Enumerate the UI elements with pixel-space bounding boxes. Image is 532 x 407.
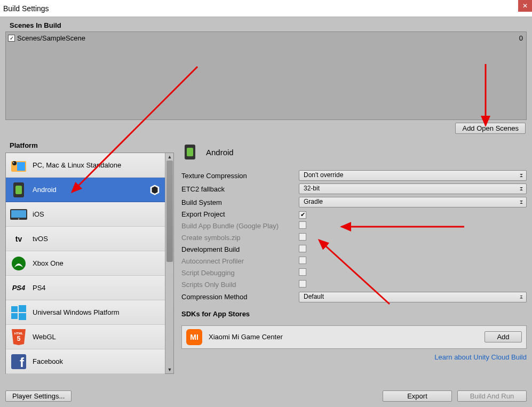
- export-project-label: Export Project: [181, 210, 299, 218]
- compression-method-label: Compression Method: [181, 293, 299, 301]
- platform-label: Facebook: [33, 357, 63, 365]
- scenes-list[interactable]: ✓ Scenes/SampleScene 0: [5, 31, 527, 120]
- title-bar: Build Settings ✕: [0, 0, 532, 17]
- platform-item-tvos[interactable]: tv tvOS: [6, 227, 165, 251]
- texture-compression-select[interactable]: Don't override: [299, 170, 527, 181]
- scroll-down-icon[interactable]: ▼: [165, 366, 174, 373]
- autoconnect-profiler-checkbox: [299, 257, 306, 264]
- create-symbols-checkbox: [299, 233, 306, 241]
- export-button[interactable]: Export: [383, 390, 452, 402]
- platform-label: PC, Mac & Linux Standalone: [33, 161, 121, 169]
- svg-rect-10: [11, 306, 18, 312]
- platform-list: PC, Mac & Linux Standalone Android iOS: [5, 153, 174, 374]
- sdk-row: MI Xiaomi Mi Game Center Add: [181, 325, 527, 349]
- platform-label: PS4: [33, 284, 46, 292]
- svg-rect-13: [19, 313, 26, 320]
- platform-label: WebGL: [33, 333, 56, 341]
- development-build-label: Development Build: [181, 245, 299, 253]
- svg-point-8: [18, 218, 19, 219]
- export-project-checkbox[interactable]: ✔: [299, 211, 306, 219]
- svg-text:5: 5: [17, 335, 21, 342]
- build-and-run-button[interactable]: Build And Run: [457, 390, 527, 402]
- platform-heading: Android: [181, 143, 527, 161]
- add-open-scenes-button[interactable]: Add Open Scenes: [455, 123, 526, 134]
- build-system-label: Build System: [181, 198, 299, 206]
- texture-compression-label: Texture Compression: [181, 172, 299, 180]
- svg-rect-7: [11, 210, 26, 218]
- platform-label: Android: [33, 186, 57, 194]
- scroll-up-icon[interactable]: ▲: [165, 153, 174, 161]
- cloud-build-link[interactable]: Learn about Unity Cloud Build: [434, 353, 527, 361]
- build-app-bundle-label: Build App Bundle (Google Play): [181, 222, 299, 230]
- scene-checkbox[interactable]: ✓: [8, 35, 15, 42]
- svg-text:f: f: [20, 355, 25, 369]
- ios-icon: [10, 206, 27, 223]
- scroll-thumb[interactable]: [166, 161, 173, 262]
- compression-method-select[interactable]: Default: [299, 292, 527, 302]
- window-title: Build Settings: [3, 4, 49, 13]
- svg-rect-11: [19, 305, 26, 312]
- scenes-section-label: Scenes In Build: [5, 19, 527, 31]
- windows-icon: [10, 304, 27, 321]
- platform-heading-label: Android: [206, 148, 234, 157]
- platform-item-ps4[interactable]: PS4 PS4: [6, 276, 165, 300]
- ps4-icon: PS4: [10, 280, 27, 297]
- development-build-checkbox[interactable]: [299, 245, 306, 252]
- xiaomi-icon: MI: [186, 329, 202, 345]
- player-settings-button[interactable]: Player Settings...: [5, 390, 72, 402]
- platform-item-android[interactable]: Android: [6, 178, 165, 202]
- scripts-only-build-label: Scripts Only Build: [181, 281, 299, 289]
- platform-item-xboxone[interactable]: Xbox One: [6, 251, 165, 276]
- svg-rect-12: [11, 313, 18, 319]
- platform-label: iOS: [33, 210, 44, 218]
- scene-row[interactable]: ✓ Scenes/SampleScene 0: [7, 33, 525, 43]
- platform-label: Universal Windows Platform: [33, 308, 120, 316]
- build-system-select[interactable]: Gradle: [299, 197, 527, 208]
- close-icon: ✕: [522, 2, 528, 10]
- sdks-section-label: SDKs for App Stores: [181, 308, 527, 320]
- facebook-icon: f: [10, 353, 27, 370]
- platform-label: Xbox One: [33, 259, 63, 267]
- scene-name: Scenes/SampleScene: [17, 34, 85, 42]
- platform-item-uwp[interactable]: Universal Windows Platform: [6, 300, 165, 325]
- webgl-icon: HTML5: [10, 329, 27, 346]
- etc2-fallback-label: ETC2 fallback: [181, 185, 299, 193]
- xbox-icon: [10, 255, 27, 272]
- platform-item-standalone[interactable]: PC, Mac & Linux Standalone: [6, 153, 165, 178]
- etc2-fallback-select[interactable]: 32-bit: [299, 183, 527, 194]
- svg-rect-1: [17, 162, 25, 171]
- create-symbols-label: Create symbols.zip: [181, 234, 299, 242]
- build-app-bundle-checkbox: [299, 221, 306, 229]
- platform-item-ios[interactable]: iOS: [6, 202, 165, 227]
- platform-scrollbar[interactable]: ▲ ▼: [165, 153, 173, 373]
- svg-point-3: [13, 162, 14, 163]
- script-debugging-label: Script Debugging: [181, 269, 299, 277]
- unity-icon: [149, 184, 161, 196]
- android-icon: [181, 143, 198, 161]
- standalone-icon: [10, 157, 27, 174]
- tvos-icon: tv: [10, 230, 27, 248]
- svg-marker-5: [152, 186, 158, 194]
- svg-point-2: [12, 161, 17, 165]
- scene-index: 0: [519, 34, 523, 42]
- autoconnect-profiler-label: Autoconnect Profiler: [181, 257, 299, 265]
- sdk-add-button[interactable]: Add: [485, 331, 522, 342]
- platform-section-label: Platform: [5, 139, 174, 151]
- platform-item-webgl[interactable]: HTML5 WebGL: [6, 325, 165, 349]
- platform-item-facebook[interactable]: f Facebook: [6, 349, 165, 374]
- close-button[interactable]: ✕: [518, 0, 532, 12]
- android-icon: [10, 181, 27, 198]
- script-debugging-checkbox: [299, 268, 306, 276]
- platform-label: tvOS: [33, 235, 48, 243]
- sdk-name: Xiaomi Mi Game Center: [209, 333, 283, 341]
- scripts-only-build-checkbox: [299, 280, 306, 288]
